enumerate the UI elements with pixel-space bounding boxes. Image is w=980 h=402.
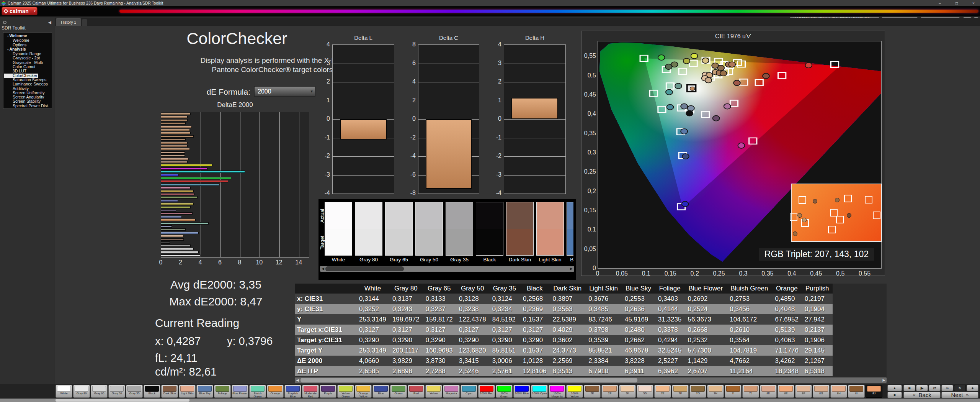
patch-button-100-magenta[interactable]: 100% Magenta xyxy=(549,385,565,398)
patch-button-7e[interactable]: 7E xyxy=(654,385,671,398)
patch-strip-scrollbar[interactable] xyxy=(0,399,980,402)
maximize-button[interactable]: □ xyxy=(953,1,960,5)
scrollbar-thumb[interactable] xyxy=(301,378,637,382)
patch-button-8e[interactable]: 8E xyxy=(777,385,794,398)
scroll-left-icon[interactable]: ◀ xyxy=(320,266,325,271)
patch-button-bluish-green[interactable]: Bluish Green xyxy=(249,385,266,398)
table-cell: 0,3676 xyxy=(585,294,622,304)
de-formula-dropdown[interactable]: 2000 ▾ xyxy=(254,86,315,97)
patch-button-8g[interactable]: 8G xyxy=(813,385,830,398)
patch-label: 100% Magenta xyxy=(549,392,565,398)
expander-icon[interactable]: ▾ xyxy=(7,35,9,38)
patch-button-100-red[interactable]: 100% Red xyxy=(478,385,495,398)
patch-button-white[interactable]: White xyxy=(56,385,72,398)
patch-button-orange[interactable]: Orange xyxy=(267,385,284,398)
patch-button-gray-50[interactable]: Gray 50 xyxy=(108,385,125,398)
patch-button-green[interactable]: Green xyxy=(390,385,407,398)
step-button[interactable]: ⇄ xyxy=(929,385,941,391)
workflow-tree: ▾WelcomeWelcomeOptions▾AnalysisDynamic R… xyxy=(3,32,52,109)
patch-button-2f[interactable]: 2F xyxy=(601,385,618,398)
sidebar-item-color-gamut[interactable]: Color Gamut xyxy=(4,65,52,69)
table-scrollbar[interactable]: ◀ ▶ xyxy=(295,377,887,383)
patch-color-chip xyxy=(127,386,141,392)
patch-window-button[interactable]: ■ xyxy=(887,392,902,398)
patch-button-blue[interactable]: Blue xyxy=(372,385,389,398)
patch-button-2e[interactable]: 2E xyxy=(584,385,601,398)
patch-button-100-yellow[interactable]: 100% Yellow xyxy=(566,385,583,398)
calman-logo-menu[interactable]: calman ▾ xyxy=(2,7,38,15)
patch-button-blue-flower[interactable]: Blue Flower xyxy=(232,385,248,398)
patch-button-8d[interactable]: 8D xyxy=(760,385,777,398)
axis-tick-label: 0,25 xyxy=(710,270,727,277)
record-button[interactable]: ● xyxy=(967,385,978,391)
patch-button-8i[interactable]: 8I xyxy=(848,385,865,398)
swatch-scrollbar[interactable]: ◀ ▶ xyxy=(320,266,574,272)
patch-button-yellow[interactable]: Yellow xyxy=(425,385,442,398)
axis-tick-label: 0 xyxy=(589,270,606,277)
minimize-button[interactable]: – xyxy=(936,1,943,5)
patch-button-8h[interactable]: 8H xyxy=(830,385,847,398)
patch-button-magenta[interactable]: Magenta xyxy=(443,385,460,398)
expand-up-button[interactable]: ▲ xyxy=(887,385,902,391)
loop-button[interactable]: ↻ xyxy=(954,385,966,391)
patch-button-red[interactable]: Red xyxy=(408,385,425,398)
target-marker xyxy=(790,213,797,221)
scrollbar-thumb[interactable] xyxy=(325,266,404,271)
sidebar-item-luminance-sweeps[interactable]: Luminance Sweeps xyxy=(4,82,52,86)
patch-button-7g[interactable]: 7G xyxy=(689,385,706,398)
patch-button-gray-80[interactable]: Gray 80 xyxy=(73,385,90,398)
tab-history-1[interactable]: History 1 xyxy=(56,18,81,26)
scroll-right-icon[interactable]: ▶ xyxy=(569,266,574,271)
record-dot-icon[interactable] xyxy=(3,21,7,24)
tab-stub[interactable] xyxy=(82,19,87,26)
patch-button-moderate-red[interactable]: Moderate Red xyxy=(302,385,319,398)
patch-button-yellow-green[interactable]: Yellow Green xyxy=(337,385,354,398)
patch-button-foliage[interactable]: Foliage xyxy=(214,385,231,398)
chevron-left-icon[interactable]: ◀ xyxy=(48,20,51,25)
patch-label: Bluish Green xyxy=(250,392,266,398)
patch-button-8f[interactable]: 8F xyxy=(795,385,812,398)
patch-button-dark-skin[interactable]: Dark Skin xyxy=(161,385,178,398)
patch-button-2k[interactable]: 2K xyxy=(619,385,636,398)
patch-button-blue-sky[interactable]: Blue Sky xyxy=(196,385,213,398)
patch-button-gray-65[interactable]: Gray 65 xyxy=(91,385,108,398)
deltae-bar xyxy=(161,216,182,218)
stop-button[interactable]: ■ xyxy=(903,385,915,391)
patch-button-light-skin[interactable]: Light Skin xyxy=(179,385,196,398)
table-cell: 6,3962 xyxy=(655,366,684,376)
sidebar-item-spectral-power-dist-[interactable]: Spectral Power Dist. xyxy=(4,104,52,108)
play-button[interactable]: ▶ xyxy=(916,385,928,391)
target-marker xyxy=(844,195,852,202)
expander-icon[interactable]: ▾ xyxy=(7,48,9,51)
patch-button-purple[interactable]: Purple xyxy=(320,385,336,398)
scrollbar-thumb[interactable] xyxy=(56,399,189,402)
patch-button-orange-yellow[interactable]: Orange Yellow xyxy=(355,385,372,398)
back-button[interactable]: « Back xyxy=(903,392,941,398)
patch-label: Moderate Red xyxy=(302,392,318,398)
patch-button-7f[interactable]: 7F xyxy=(672,385,689,398)
next-button[interactable]: Next » xyxy=(941,392,978,398)
measurement-marker xyxy=(729,62,736,67)
close-button[interactable]: × xyxy=(970,1,977,5)
continuous-button[interactable]: ∞ xyxy=(941,385,953,391)
sidebar-item-3d-lut[interactable]: 3D LUT xyxy=(4,69,52,73)
patch-button-100-cyan[interactable]: 100% Cyan xyxy=(531,385,548,398)
axis-tick-label: 0,2 xyxy=(686,270,703,277)
patch-button-black[interactable]: Black xyxy=(144,385,160,398)
patch-button-cyan[interactable]: Cyan xyxy=(461,385,477,398)
axis-tick-label: 10 xyxy=(252,259,267,266)
table-cell: 3,3415 xyxy=(456,356,489,366)
patch-button-7j[interactable]: 7J xyxy=(742,385,759,398)
measurement-marker xyxy=(658,55,665,60)
patch-button-gray-35[interactable]: Gray 35 xyxy=(126,385,143,398)
patch-button-7i[interactable]: 7I xyxy=(725,385,742,398)
scroll-right-icon[interactable]: ▶ xyxy=(881,377,887,383)
patch-button-purplish-blue[interactable]: Purplish Blue xyxy=(284,385,301,398)
patch-button-100-blue[interactable]: 100% Blue xyxy=(513,385,530,398)
patch-button-100-green[interactable]: 100% Green xyxy=(496,385,513,398)
patch-button-7h[interactable]: 7H xyxy=(707,385,724,398)
patch-button-8j[interactable]: 8J xyxy=(866,385,882,398)
scroll-left-icon[interactable]: ◀ xyxy=(295,377,300,383)
patch-button-5d[interactable]: 5D xyxy=(637,385,653,398)
sidebar-item-welcome[interactable]: Welcome xyxy=(4,38,52,43)
